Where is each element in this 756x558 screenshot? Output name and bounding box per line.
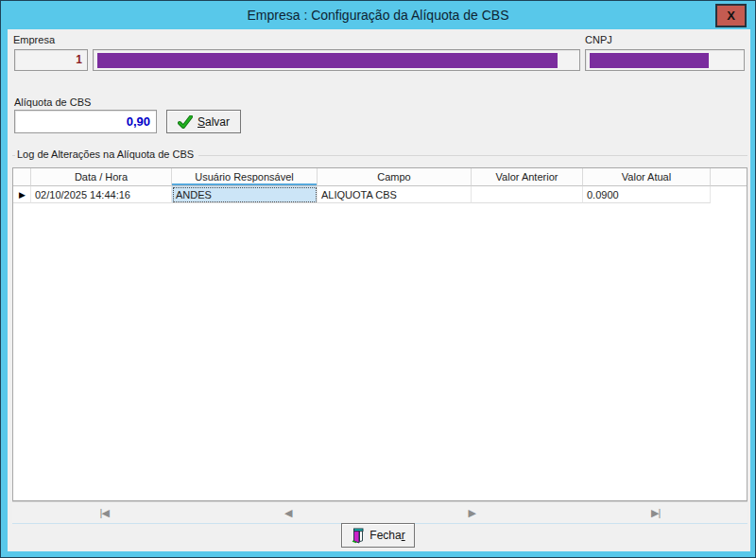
db-navigator: |◀ ◀ ▶ ▶| <box>12 501 747 524</box>
fechar-button[interactable]: Fechar <box>341 523 415 548</box>
grid-header-current-value[interactable]: Valor Atual <box>583 168 711 186</box>
cnpj-field[interactable] <box>585 49 745 71</box>
nav-last-button[interactable]: ▶| <box>564 502 748 523</box>
cnpj-label: CNPJ <box>585 34 612 45</box>
grid-header-filler <box>711 168 747 186</box>
nav-prior-button[interactable]: ◀ <box>197 502 381 523</box>
cell-current-value[interactable]: 0.0900 <box>583 186 711 203</box>
aliquota-input[interactable]: 0,90 <box>14 110 157 133</box>
nav-first-button[interactable]: |◀ <box>12 502 197 523</box>
titlebar[interactable]: Empresa : Configuração da Alíquota de CB… <box>1 1 755 29</box>
log-grid[interactable]: Data / Hora Usuário Responsável Campo Va… <box>12 167 747 501</box>
row-indicator-cell: ▶ <box>13 186 31 203</box>
nav-next-button[interactable]: ▶ <box>380 502 564 523</box>
cell-filler <box>711 186 747 203</box>
last-record-icon: ▶| <box>651 507 660 519</box>
cell-prev-value[interactable] <box>472 186 583 203</box>
empresa-name-field[interactable] <box>93 49 580 71</box>
aliquota-label: Alíquota de CBS <box>14 96 91 108</box>
window-title: Empresa : Configuração da Alíquota de CB… <box>247 8 508 23</box>
close-button[interactable]: X <box>715 4 747 27</box>
cell-user-selected[interactable]: ANDES <box>172 186 318 203</box>
first-record-icon: |◀ <box>100 507 109 519</box>
prior-record-icon: ◀ <box>284 507 291 519</box>
cell-field[interactable]: ALIQUOTA CBS <box>318 186 472 203</box>
dialog-window: Empresa : Configuração da Alíquota de CB… <box>0 0 756 558</box>
check-icon <box>178 115 193 129</box>
fechar-label: Fechar <box>369 529 404 542</box>
close-icon: X <box>727 9 735 23</box>
table-row[interactable]: ▶ 02/10/2025 14:44:16 ANDES ALIQUOTA CBS… <box>13 186 747 203</box>
empresa-name-redacted <box>97 53 558 68</box>
next-record-icon: ▶ <box>469 507 475 519</box>
cell-datetime[interactable]: 02/10/2025 14:44:16 <box>31 186 172 203</box>
grid-header-field[interactable]: Campo <box>318 168 472 186</box>
log-group-caption: Log de Alterações na Alíquota de CBS <box>15 148 198 160</box>
cnpj-redacted <box>590 53 709 68</box>
grid-header-prev-value[interactable]: Valor Anterior <box>472 168 583 186</box>
grid-header-indicator <box>13 168 31 186</box>
salvar-label: Salvar <box>198 115 230 129</box>
grid-header-row: Data / Hora Usuário Responsável Campo Va… <box>13 168 747 186</box>
salvar-button[interactable]: Salvar <box>166 110 241 133</box>
form-area: Empresa 1 CNPJ Alíquota de CBS 0,90 Salv… <box>8 29 750 551</box>
empresa-code-field[interactable]: 1 <box>14 49 88 71</box>
current-row-marker-icon: ▶ <box>17 190 26 200</box>
grid-header-user[interactable]: Usuário Responsável <box>172 168 318 186</box>
grid-header-datetime[interactable]: Data / Hora <box>31 168 172 186</box>
exit-door-icon <box>351 528 365 544</box>
empresa-label: Empresa <box>13 34 55 45</box>
